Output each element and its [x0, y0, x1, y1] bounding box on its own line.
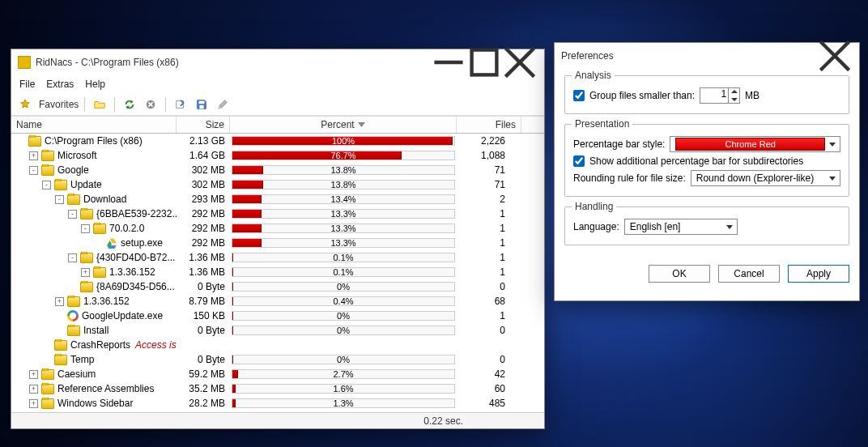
tree-row[interactable]: -{430FD4D0-B72...1.36 MB0.1%1 — [11, 250, 544, 265]
percent-bar: 0% — [230, 354, 457, 365]
handling-group: Handling Language: English [en] — [564, 206, 849, 245]
tree-row[interactable]: +Windows Sidebar28.2 MB1.3%485 — [11, 396, 544, 411]
ok-button[interactable]: OK — [649, 265, 710, 283]
menu-extras[interactable]: Extras — [46, 79, 74, 90]
svg-rect-1 — [472, 50, 497, 75]
folder-icon — [67, 326, 80, 336]
item-name: Download — [83, 194, 126, 205]
item-name: Temp — [70, 354, 94, 365]
tree-row[interactable]: {8A69D345-D56...0 Byte0%0 — [11, 279, 544, 294]
group-small-checkbox[interactable] — [573, 90, 585, 101]
apply-button[interactable]: Apply — [788, 265, 849, 283]
collapse-icon[interactable]: - — [29, 166, 38, 175]
collapse-icon[interactable]: - — [68, 210, 77, 219]
export-icon[interactable] — [172, 96, 189, 113]
favorites-icon[interactable] — [16, 96, 34, 113]
tree-row[interactable]: +1.3.36.1521.36 MB0.1%1 — [11, 265, 544, 279]
header-size[interactable]: Size — [177, 117, 230, 133]
expand-icon[interactable]: + — [29, 399, 38, 408]
spinner-icon[interactable] — [728, 88, 739, 103]
close-button[interactable] — [502, 51, 538, 74]
item-name: GoogleUpdate.exe — [82, 310, 163, 321]
header-percent[interactable]: Percent — [230, 117, 457, 133]
percent-label: 1.3% — [230, 398, 457, 409]
menu-help[interactable]: Help — [85, 79, 105, 90]
tree-row[interactable]: -Download293 MB13.4%2 — [11, 192, 544, 206]
collapse-icon[interactable]: - — [42, 181, 51, 189]
percent-label: 0.1% — [230, 252, 457, 263]
group-size-input[interactable]: 1 — [700, 87, 740, 104]
minimize-button[interactable] — [431, 51, 466, 74]
tree-row[interactable]: +Caesium59.2 MB2.7%42 — [11, 367, 544, 381]
item-name: Microsoft — [57, 150, 97, 161]
statusbar: 0.22 sec. — [11, 412, 544, 428]
percent-label: 13.8% — [230, 179, 457, 190]
size-value: 59.2 MB — [177, 368, 230, 380]
menu-file[interactable]: File — [19, 79, 35, 90]
open-folder-icon[interactable] — [91, 96, 108, 113]
group-small-label: Group files smaller than: — [589, 90, 695, 101]
collapse-icon[interactable]: - — [81, 224, 90, 233]
tree-row[interactable]: GoogleUpdate.exe150 KB0%1 — [11, 309, 544, 323]
folder-icon — [80, 282, 93, 292]
cancel-button[interactable]: Cancel — [718, 265, 780, 283]
save-icon[interactable] — [193, 96, 211, 113]
rounding-dropdown[interactable]: Round down (Explorer-like) — [691, 170, 840, 186]
files-value: 2 — [457, 194, 521, 205]
tree-row[interactable]: -Google302 MB13.8%71 — [11, 163, 544, 177]
expand-icon[interactable]: + — [81, 268, 90, 277]
size-value: 302 MB — [177, 164, 230, 176]
file-tree[interactable]: C:\Program Files (x86)2.13 GB100%2,226+M… — [11, 134, 544, 412]
pref-close-button[interactable] — [817, 45, 853, 67]
tree-row[interactable]: +Microsoft1.64 GB76.7%1,088 — [11, 148, 544, 163]
files-value: 1 — [457, 223, 521, 234]
folder-icon — [41, 369, 54, 380]
item-name: CrashReports — [70, 339, 130, 351]
tree-row[interactable]: Temp0 Byte0%0 — [11, 352, 544, 367]
size-value: 1.36 MB — [177, 252, 230, 263]
tree-row[interactable]: -{6BBAE539-2232...292 MB13.3%1 — [11, 206, 544, 221]
tree-row[interactable]: +1.3.36.1528.79 MB0.4%68 — [11, 294, 544, 309]
subdir-bar-checkbox[interactable] — [573, 155, 585, 167]
folder-icon — [67, 194, 80, 205]
expand-icon[interactable]: + — [29, 370, 38, 379]
expand-icon[interactable]: + — [29, 385, 38, 394]
header-name[interactable]: Name — [11, 117, 177, 133]
item-name: Caesium — [57, 368, 96, 380]
tree-row[interactable]: -Update302 MB13.8%71 — [11, 177, 544, 192]
folder-icon — [93, 267, 106, 278]
tree-row[interactable]: +Reference Assemblies35.2 MB1.6%60 — [11, 381, 544, 396]
size-value: 28.2 MB — [177, 398, 230, 409]
percent-bar: 0% — [230, 281, 457, 292]
percent-bar: 1.3% — [230, 398, 457, 409]
tree-row[interactable]: -70.0.2.0292 MB13.3%1 — [11, 221, 544, 236]
tree-row[interactable]: setup.exe292 MB13.3%1 — [11, 236, 544, 250]
stop-icon[interactable] — [142, 96, 160, 113]
percent-bar: 13.3% — [230, 223, 457, 234]
settings-icon[interactable] — [214, 96, 232, 113]
collapse-icon[interactable]: - — [55, 195, 64, 204]
percent-bar: 0% — [230, 325, 457, 336]
percent-label: 13.3% — [230, 237, 457, 249]
size-value: 292 MB — [177, 208, 230, 219]
size-value: 1.64 GB — [177, 150, 230, 161]
percent-bar — [230, 339, 457, 351]
pref-titlebar[interactable]: Preferences — [555, 43, 859, 69]
column-headers: Name Size Percent Files — [11, 116, 544, 134]
tree-row[interactable]: Install0 Byte0%0 — [11, 323, 544, 338]
tree-row[interactable]: C:\Program Files (x86)2.13 GB100%2,226 — [11, 134, 544, 148]
tree-row[interactable]: CrashReportsAccess is denied — [11, 338, 544, 352]
language-dropdown[interactable]: English [en] — [624, 219, 738, 235]
size-value: 2.13 GB — [177, 135, 230, 147]
expand-icon[interactable]: + — [29, 151, 38, 160]
refresh-icon[interactable] — [121, 96, 138, 113]
favorites-label[interactable]: Favorites — [39, 99, 79, 110]
expand-icon[interactable]: + — [55, 297, 64, 306]
maximize-button[interactable] — [466, 51, 502, 74]
barstyle-dropdown[interactable]: Chrome Red — [670, 136, 840, 152]
files-value: 1 — [457, 208, 521, 219]
header-files[interactable]: Files — [457, 117, 521, 133]
titlebar[interactable]: RidNacs - C:\Program Files (x86) — [11, 49, 544, 75]
collapse-icon[interactable]: - — [68, 253, 77, 262]
folder-icon — [54, 355, 67, 365]
